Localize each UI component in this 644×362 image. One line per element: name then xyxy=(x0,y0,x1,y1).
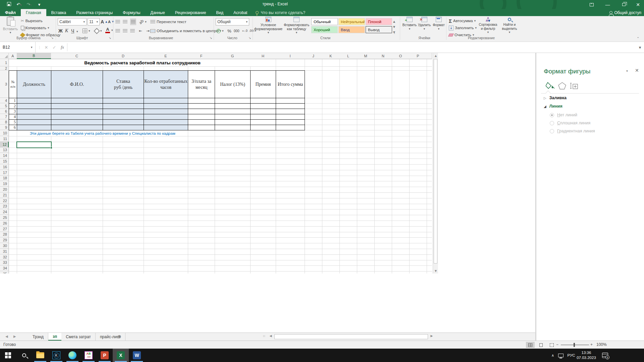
column-header-M[interactable]: M xyxy=(357,53,375,59)
cell-D9[interactable] xyxy=(103,125,144,130)
line-option-none[interactable]: Нет линий xyxy=(550,113,577,117)
restore-icon[interactable] xyxy=(616,0,632,9)
cell-C8[interactable] xyxy=(51,119,103,125)
ribbon-tab-данные[interactable]: Данные xyxy=(145,9,170,16)
header-cell-E3[interactable]: Кол-во отработанных часов xyxy=(144,70,188,98)
cell-C6[interactable] xyxy=(51,109,103,114)
header-cell-I3[interactable]: Итого сумма xyxy=(276,70,305,98)
fill-color-button[interactable]: ▾ xyxy=(95,27,102,34)
cell-B7[interactable] xyxy=(17,114,51,120)
cell-E7[interactable] xyxy=(144,114,188,120)
increase-indent-icon[interactable]: ⇥ xyxy=(146,27,150,34)
delete-cells-button[interactable]: ✕ Удалить▾ xyxy=(417,17,431,31)
cell-I9[interactable] xyxy=(276,125,305,130)
scroll-down-icon[interactable]: ▼ xyxy=(433,268,438,274)
ribbon-display-options-icon[interactable]: ⌃ xyxy=(584,0,599,9)
sort-filter-button[interactable]: АЯ▼ Сортировка и фильтр▾ xyxy=(478,17,498,34)
row-header-23[interactable]: 23 xyxy=(0,204,9,209)
collapse-ribbon-icon[interactable]: ⌃ xyxy=(637,35,639,42)
column-header-F[interactable]: F xyxy=(188,53,215,59)
row-header-2[interactable]: 2 xyxy=(0,66,9,70)
copy-button[interactable]: Копировать▾ xyxy=(21,24,49,31)
cell-style-Плохой[interactable]: Плохой xyxy=(366,18,392,25)
cell-E5[interactable] xyxy=(144,103,188,109)
row-header-3[interactable]: 3 xyxy=(0,70,9,98)
scroll-up-icon[interactable]: ▲ xyxy=(433,53,438,58)
comma-style-button[interactable]: 000 xyxy=(234,27,239,34)
row-header-5[interactable]: 5 xyxy=(0,103,9,109)
align-right-icon[interactable] xyxy=(130,27,135,34)
cell-C4[interactable] xyxy=(51,98,103,104)
row-header-27[interactable]: 27 xyxy=(0,226,9,232)
fill-button[interactable]: ↓Заполнить▾ xyxy=(449,24,477,31)
column-header-partial[interactable] xyxy=(427,53,432,59)
cell-F6[interactable] xyxy=(188,109,215,114)
format-as-table-button[interactable]: Форматировать как таблицу▾ xyxy=(284,17,309,34)
column-header-K[interactable]: K xyxy=(322,53,340,59)
font-size-combo[interactable]: 11▾ xyxy=(88,18,100,25)
row-header-19[interactable]: 19 xyxy=(0,181,9,187)
cell-H4[interactable] xyxy=(250,98,276,104)
tell-me-box[interactable]: Что вы хотите сделать? xyxy=(252,9,309,16)
insert-cells-button[interactable]: + Вставить▾ xyxy=(402,17,417,31)
ribbon-tab-файл[interactable]: Файл xyxy=(0,9,21,16)
cell-D7[interactable] xyxy=(103,114,144,120)
row-header-4[interactable]: 4 xyxy=(0,98,9,103)
cell-A5[interactable]: 2 xyxy=(9,103,17,109)
header-cell-G3[interactable]: Налог (13%) xyxy=(215,70,251,98)
cell-style-Вывод[interactable]: Вывод xyxy=(366,26,392,33)
row-header-35[interactable]: 35 xyxy=(0,271,9,274)
cell-H8[interactable] xyxy=(250,119,276,125)
minimize-icon[interactable]: — xyxy=(600,0,615,9)
font-dialog-launcher-icon[interactable]: ↘ xyxy=(109,36,111,40)
vertical-scrollbar[interactable]: ▲ ▼ xyxy=(433,53,438,274)
find-select-button[interactable]: Найти и выделить▾ xyxy=(500,17,519,34)
cell-style-Ввод[interactable]: Ввод xyxy=(338,26,365,33)
tab-scroll-right-icon[interactable]: ▶ xyxy=(13,335,16,338)
cell-I6[interactable] xyxy=(276,109,305,114)
alignment-dialog-launcher-icon[interactable]: ↘ xyxy=(210,36,212,40)
cell-C9[interactable] xyxy=(51,125,103,130)
underline-dropdown-icon[interactable]: ▾ xyxy=(76,28,78,35)
align-bottom-icon[interactable] xyxy=(130,18,136,25)
row-header-8[interactable]: 8 xyxy=(0,119,9,125)
fill-section-header[interactable]: ▷Заливка xyxy=(544,96,567,100)
cell-F7[interactable] xyxy=(188,114,215,120)
customize-quick-access-icon[interactable]: ▾ xyxy=(34,2,44,7)
increase-decimal-icon[interactable]: ←.0 xyxy=(242,27,248,34)
cell-A9[interactable]: 6 xyxy=(9,125,17,130)
conditional-formatting-button[interactable]: Условное форматирование▾ xyxy=(255,17,282,34)
row-header-6[interactable]: 6 xyxy=(0,109,9,114)
header-cell-H3[interactable]: Премия xyxy=(250,70,276,98)
cell-H9[interactable] xyxy=(250,125,276,130)
ribbon-tab-acrobat[interactable]: Acrobat xyxy=(228,9,252,16)
ribbon-tab-разметка-страницы[interactable]: Разметка страницы xyxy=(71,9,118,16)
cell-D4[interactable] xyxy=(103,98,144,104)
cell-F8[interactable] xyxy=(188,119,215,125)
fill-handle[interactable] xyxy=(50,147,52,149)
font-name-combo[interactable]: Calibri▾ xyxy=(58,18,87,25)
cell-style-Обычный[interactable]: Обычный xyxy=(311,18,338,25)
cell-H7[interactable] xyxy=(250,114,276,120)
start-taskbar-button[interactable] xyxy=(0,349,16,362)
cell-A7[interactable]: 4 xyxy=(9,114,17,120)
row-header-20[interactable]: 20 xyxy=(0,187,9,192)
header-cell-C3[interactable]: Ф.И.О. xyxy=(51,70,103,98)
line-option-solid[interactable]: Сплошная линия xyxy=(550,121,590,125)
format-cells-button[interactable]: Формат▾ xyxy=(432,17,445,31)
gallery-more-icon[interactable]: ▼̱ xyxy=(393,29,395,36)
cell-B8[interactable] xyxy=(17,119,51,125)
cell-A4[interactable]: 1 xyxy=(9,98,17,104)
row-header-17[interactable]: 17 xyxy=(0,170,9,176)
cell-E9[interactable] xyxy=(144,125,188,130)
cell-G7[interactable] xyxy=(215,114,251,120)
header-cell-D3[interactable]: Ставка руб /день xyxy=(103,70,144,98)
tab-scroll-left-icon[interactable]: ◀ xyxy=(5,335,8,338)
cell-E8[interactable] xyxy=(144,119,188,125)
cell-B5[interactable] xyxy=(17,103,51,109)
column-header-A[interactable]: A xyxy=(9,53,17,59)
cell-D6[interactable] xyxy=(103,109,144,114)
header-cell-F3[interactable]: З/плата за месяц xyxy=(188,70,215,98)
wrap-text-button[interactable]: Перенести текст xyxy=(150,18,186,25)
insert-function-icon[interactable]: fx xyxy=(58,42,66,53)
